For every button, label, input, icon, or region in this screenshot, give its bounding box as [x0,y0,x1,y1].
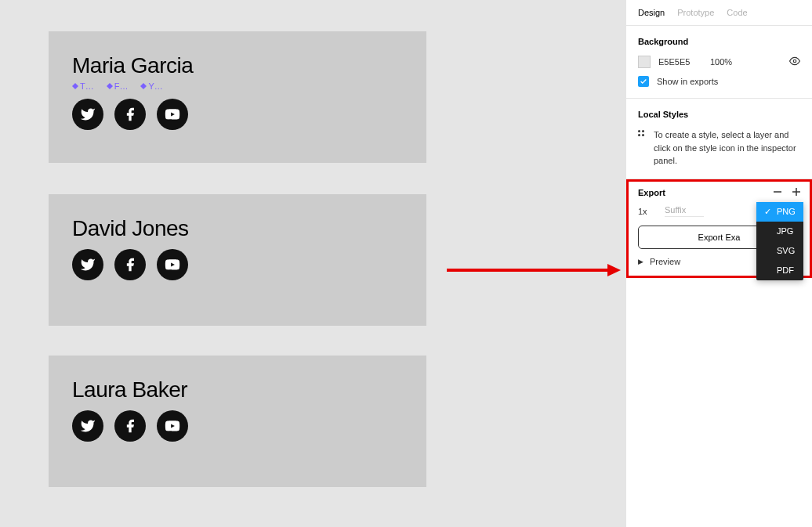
local-styles-title: Local Styles [638,110,800,119]
background-title: Background [638,37,800,46]
annotation-arrow-icon [447,262,623,278]
card[interactable]: Laura Baker [49,356,426,487]
format-option-pdf[interactable]: ✓PDF [756,261,803,280]
visibility-icon[interactable] [789,56,800,68]
facebook-icon[interactable] [114,99,146,130]
export-scale[interactable]: 1x [638,207,657,216]
format-dropdown: ✓PNG ✓JPG ✓SVG ✓PDF [756,202,803,280]
card-name: David Jones [72,216,403,241]
youtube-icon[interactable] [157,249,188,280]
background-opacity[interactable]: 100% [710,57,781,67]
remove-export-icon[interactable] [774,188,781,197]
facebook-icon[interactable] [114,249,146,280]
svg-rect-1 [107,83,113,89]
svg-point-5 [793,60,796,63]
card[interactable]: Maria Garcia T… F… Y… [49,31,426,163]
inspector-panel: Design Prototype Code Background E5E5E5 … [625,0,812,527]
styles-icon [638,130,644,136]
svg-rect-0 [72,83,78,89]
twitter-icon[interactable] [72,99,103,130]
svg-marker-4 [607,264,621,276]
canvas[interactable]: Maria Garcia T… F… Y… David Jones Laura … [0,0,625,527]
twitter-icon[interactable] [72,249,103,280]
show-in-exports-label: Show in exports [657,77,718,86]
panel-tabs: Design Prototype Code [626,0,812,26]
preview-toggle-icon[interactable]: ▶ [638,258,643,265]
export-suffix-input[interactable]: Suffix [665,205,704,217]
tab-prototype[interactable]: Prototype [677,8,714,17]
add-export-icon[interactable] [792,188,800,197]
component-label: Y… [140,81,162,91]
local-styles-text: To create a style, select a layer and cl… [654,128,800,168]
youtube-icon[interactable] [157,99,188,130]
component-labels: T… F… Y… [72,81,403,91]
twitter-icon[interactable] [72,410,103,442]
format-option-svg[interactable]: ✓SVG [756,241,803,261]
youtube-icon[interactable] [157,410,188,442]
card[interactable]: David Jones [49,194,426,326]
local-styles-section: Local Styles To create a style, select a… [626,99,812,179]
component-label: T… [72,81,94,91]
facebook-icon[interactable] [114,410,146,442]
show-in-exports-checkbox[interactable] [638,76,649,87]
background-swatch[interactable] [638,56,651,68]
card-name: Maria Garcia [72,53,403,78]
background-section: Background E5E5E5 100% Show in exports [626,26,812,99]
card-name: Laura Baker [72,377,403,402]
export-title: Export [638,188,665,197]
preview-label[interactable]: Preview [650,257,680,266]
format-option-png[interactable]: ✓PNG [756,202,803,222]
format-option-jpg[interactable]: ✓JPG [756,222,803,241]
svg-rect-2 [140,83,147,89]
component-label: F… [107,81,129,91]
tab-code[interactable]: Code [727,8,747,17]
export-section: Export 1x Suffix ⋯ ✓PNG ✓JPG ✓SVG ✓PDF E… [626,179,812,278]
tab-design[interactable]: Design [638,8,665,17]
background-hex[interactable]: E5E5E5 [658,57,702,67]
